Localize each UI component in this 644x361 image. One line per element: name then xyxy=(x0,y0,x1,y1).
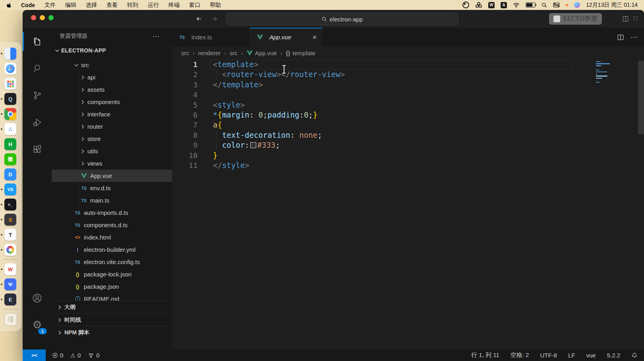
status-vue[interactable]: vue xyxy=(586,352,596,359)
code-line-9[interactable]: 9 color:#333; xyxy=(172,140,644,150)
grid-layout-icon[interactable]: ∷ xyxy=(633,14,638,23)
shortcuts-icon[interactable] xyxy=(475,2,482,8)
status-broadcasts[interactable]: 0 xyxy=(88,352,99,359)
dock-item-typora[interactable]: T xyxy=(4,229,16,241)
status-2[interactable]: 空格: 2 xyxy=(511,351,529,359)
status-5-2-2[interactable]: 5.2.2 xyxy=(607,352,620,359)
control-center-icon[interactable] xyxy=(553,2,560,8)
tree-item-app-vue[interactable]: App.vue xyxy=(52,170,172,182)
dock-item-safari[interactable] xyxy=(4,63,16,75)
code-line-6[interactable]: 6*{margin: 0;padding:0;} xyxy=(172,110,644,120)
breadcrumb-item-src[interactable]: src xyxy=(181,50,189,56)
status-lf[interactable]: LF xyxy=(568,352,575,359)
activity-extensions[interactable] xyxy=(23,136,52,163)
code-line-10[interactable]: 10} xyxy=(172,151,644,160)
tree-item-assets[interactable]: assets xyxy=(52,83,172,96)
dock-item-terminal[interactable]: >_ xyxy=(4,199,16,210)
menubar-item-[interactable]: 选择 xyxy=(86,2,97,9)
tree-item-electron-vite-config-ts[interactable]: TSelectron.vite.config.ts xyxy=(52,256,172,268)
panel-[interactable]: 时间线 xyxy=(52,313,172,326)
dock-item-vscode[interactable]: VS xyxy=(4,183,16,195)
status-1-11[interactable]: 行 1, 列 11 xyxy=(471,351,499,359)
code-line-3[interactable]: 3</template> xyxy=(172,80,644,90)
split-layout-icon[interactable]: ◫ xyxy=(622,14,629,23)
panel-npm[interactable]: NPM 脚本 xyxy=(52,326,172,339)
zoom-window-button[interactable] xyxy=(48,15,54,20)
tree-item-electron-builder-yml[interactable]: !electron-builder.yml xyxy=(52,243,172,256)
command-center-search[interactable]: electron-app xyxy=(226,13,458,25)
dock-item-chrome[interactable] xyxy=(4,108,16,120)
input-source-icon[interactable]: A xyxy=(501,2,507,8)
code-line-1[interactable]: 1<template> xyxy=(172,60,644,69)
siri-icon[interactable] xyxy=(574,2,580,8)
activity-run-debug[interactable] xyxy=(23,109,52,136)
code-line-5[interactable]: 5<style> xyxy=(172,100,644,110)
tree-item-components[interactable]: components xyxy=(52,96,172,108)
menubar-item-[interactable]: 终端 xyxy=(168,2,180,9)
screen-record-icon[interactable] xyxy=(462,2,469,8)
notifications-bell-icon[interactable] xyxy=(631,352,638,359)
more-actions-icon[interactable]: ⋯ xyxy=(630,33,638,42)
dock-item-wechat[interactable]: 微 xyxy=(4,153,16,165)
breadcrumb-item-src[interactable]: src xyxy=(230,50,238,56)
tree-item-views[interactable]: views xyxy=(52,157,172,170)
tree-item-store[interactable]: store xyxy=(52,133,172,145)
menubar-item-[interactable]: 编辑 xyxy=(65,2,76,9)
wifi-icon[interactable] xyxy=(513,2,520,8)
status-errors[interactable]: 0 xyxy=(52,352,63,359)
close-window-button[interactable] xyxy=(31,15,36,20)
menubar-clock[interactable]: 12月13日 周三 01:14 xyxy=(586,2,638,9)
explorer-actions-icon[interactable]: ⋯ xyxy=(153,32,160,41)
tree-item-main-ts[interactable]: TSmain.ts xyxy=(52,194,172,207)
battery-icon[interactable] xyxy=(526,2,536,8)
menubar-item-[interactable]: 转到 xyxy=(127,2,138,9)
tree-item-interface[interactable]: interface xyxy=(52,108,172,120)
dock-item-hbuilderx[interactable]: H xyxy=(4,138,16,150)
tree-item-router[interactable]: router xyxy=(52,120,172,133)
dock-item-trash[interactable] xyxy=(4,313,16,325)
panel-[interactable]: 大纲 xyxy=(52,301,172,313)
dock-item-quicktime[interactable]: Q xyxy=(4,93,16,105)
project-root-header[interactable]: ELECTRON-APP xyxy=(52,44,172,56)
dock-item-dingtalk[interactable]: D xyxy=(4,168,16,180)
wps-menubar-icon[interactable]: W xyxy=(488,2,495,8)
code-editor[interactable]: 1<template>2 <router-view></router-view>… xyxy=(172,60,644,349)
tree-item-api[interactable]: api xyxy=(52,71,172,83)
activity-account[interactable] xyxy=(23,284,52,311)
tree-item-package-lock-json[interactable]: {}package-lock.json xyxy=(52,268,172,280)
tree-item-package-json[interactable]: {}package.json xyxy=(52,280,172,293)
activity-source-control[interactable] xyxy=(23,82,52,109)
breadcrumb-item-renderer[interactable]: renderer xyxy=(198,50,221,56)
menubar-app-name[interactable]: Code xyxy=(21,2,35,8)
code-line-2[interactable]: 2 <router-view></router-view> xyxy=(172,69,644,79)
dock-item-cloud-drive[interactable]: ∴ xyxy=(4,123,16,135)
activity-explorer[interactable] xyxy=(23,28,52,55)
menubar-item-[interactable]: 查看 xyxy=(106,2,118,9)
menubar-item-[interactable]: 帮助 xyxy=(210,2,221,9)
dock-item-finder[interactable] xyxy=(4,48,16,60)
breadcrumb-item-app-vue[interactable]: App.vue xyxy=(247,50,277,56)
dock-item-sublime-text[interactable]: S xyxy=(4,214,16,226)
menubar-item-[interactable]: 运行 xyxy=(148,2,159,9)
activity-search[interactable] xyxy=(23,55,52,82)
status-utf-8[interactable]: UTF-8 xyxy=(540,352,557,359)
tree-item-index-html[interactable]: <>index.html xyxy=(52,231,172,243)
code-line-4[interactable]: 4 xyxy=(172,90,644,100)
breadcrumb-item-template[interactable]: {}template xyxy=(286,50,315,56)
tree-item-src[interactable]: src xyxy=(52,59,172,71)
menubar-item-[interactable]: 文件 xyxy=(44,2,56,9)
spotlight-icon[interactable] xyxy=(542,2,547,8)
tree-item-components-d-ts[interactable]: TScomponents.d.ts xyxy=(52,219,172,231)
tree-item-auto-imports-d-ts[interactable]: TSauto-imports.d.ts xyxy=(52,207,172,219)
dock-item-electron[interactable]: E xyxy=(4,293,16,305)
minimize-window-button[interactable] xyxy=(40,15,45,20)
dock-item-launchpad[interactable] xyxy=(4,78,16,90)
dock-item-deer-vpn[interactable]: Ψ xyxy=(4,278,16,290)
menubar-item-[interactable]: 窗口 xyxy=(189,2,200,9)
tab-app-vue[interactable]: App.vue× xyxy=(250,28,322,46)
dock-item-wps-office[interactable]: W xyxy=(4,263,16,275)
code-line-8[interactable]: 8 text-decoration: none; xyxy=(172,130,644,140)
tab-index-ts[interactable]: TSindex.ts xyxy=(172,28,250,46)
code-line-11[interactable]: 11</style> xyxy=(172,160,644,170)
apple-logo-icon[interactable] xyxy=(6,2,12,8)
